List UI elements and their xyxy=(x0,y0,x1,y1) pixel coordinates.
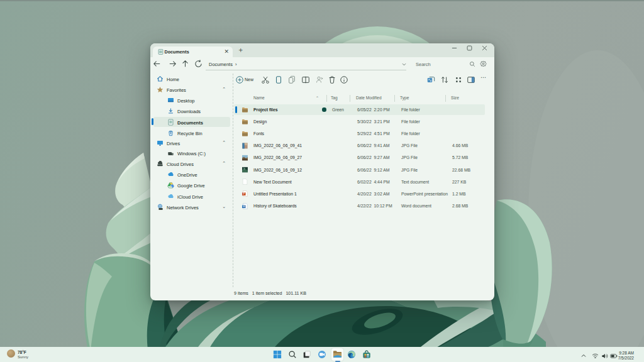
svg-text:P: P xyxy=(243,192,245,195)
